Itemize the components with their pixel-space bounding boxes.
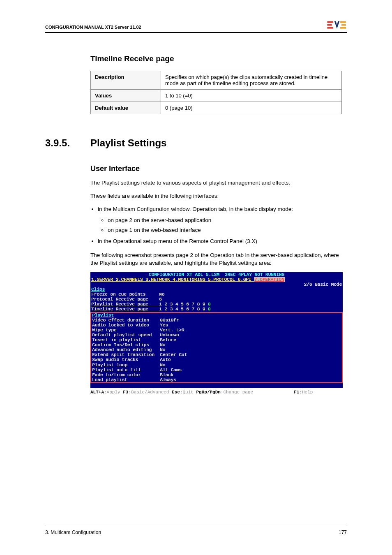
terminal-row: Wipe type Vert. L>R [91, 328, 342, 333]
param-value: 1 to 10 (=0) [161, 90, 342, 102]
param-value: Specifies on which page(s) the clips aut… [161, 71, 342, 90]
subsection-title: User Interface [90, 164, 347, 173]
terminal-tabs: 1.SERVER 2.CHANNELS 3.NETWORK 4.MONITORI… [90, 277, 343, 282]
terminal-row: Swap audio tracks Auto [91, 357, 342, 362]
svg-rect-2 [327, 27, 333, 29]
terminal-row: Protocol Receive page 6 [90, 297, 343, 302]
playlist-header: Playlist [92, 313, 114, 318]
footer-left: 3. Multicam Configuration [45, 530, 101, 535]
list-item: in the Multicam Configuration window, Op… [98, 206, 344, 235]
terminal-row: Extend split transition Center Cut [91, 352, 342, 357]
terminal-footer: ALT+A:Apply F3:Basic/Advanced Esc:Quit P… [90, 390, 347, 395]
svg-rect-0 [327, 21, 333, 23]
svg-rect-5 [341, 24, 346, 26]
terminal-row: Default playlist speed Unknown [91, 333, 342, 338]
chapter-title: Playlist Settings [90, 137, 166, 149]
terminal-row: Timeline Receive page 1 2 3 4 5 6 7 8 9 … [90, 307, 343, 312]
param-label: Default value [91, 102, 161, 114]
terminal-row: Advanced audio editing No [91, 347, 342, 352]
table-row: Description Specifies on which page(s) t… [91, 71, 342, 90]
terminal-row: Fade to/from color Black [91, 372, 342, 377]
page-footer: 3. Multicam Configuration 177 [45, 526, 347, 535]
bullet-sublist: on page 2 on the server-based applicatio… [98, 217, 344, 235]
paragraph: The following screenshot presents page 2… [90, 251, 342, 267]
playlist-highlight-box: Playlist Video effect duration 00s10frAu… [90, 312, 343, 383]
param-value: 0 (page 10) [161, 102, 342, 114]
evs-logo-icon [327, 21, 347, 30]
terminal-row: Load playlist Always [91, 377, 342, 382]
svg-rect-1 [327, 24, 332, 26]
terminal-row: Confirm Ins/Del clips No [91, 342, 342, 347]
bullet-list: in the Multicam Configuration window, Op… [90, 206, 344, 246]
svg-marker-3 [334, 21, 340, 29]
list-item: on page 2 on the server-based applicatio… [108, 217, 344, 224]
clips-header: Clips [91, 287, 105, 292]
list-item-text: in the Multicam Configuration window, Op… [98, 206, 293, 212]
footer-right: 177 [339, 530, 347, 535]
header-title: CONFIGURATION MANUAL XT2 Server 11.02 [45, 25, 141, 30]
spacer [90, 383, 343, 388]
svg-rect-4 [340, 21, 346, 23]
page-header: CONFIGURATION MANUAL XT2 Server 11.02 [45, 21, 347, 33]
section-title: Timeline Receive page [90, 54, 347, 63]
terminal-screenshot: CONFIGURATION XT_ADL 5.LSM 2REC 4PLAY NO… [90, 272, 343, 388]
list-item: on page 1 on the web-based interface [108, 227, 344, 234]
parameter-table: Description Specifies on which page(s) t… [90, 71, 342, 114]
terminal-mode: 2/6 Basic Mode [90, 282, 343, 287]
table-row: Values 1 to 10 (=0) [91, 90, 342, 102]
svg-rect-6 [340, 27, 346, 29]
terminal-row: Freeze on cue points No [90, 292, 343, 297]
terminal-row: Playlist auto fill All Cams [91, 368, 342, 372]
table-row: Default value 0 (page 10) [91, 102, 342, 114]
terminal-row: Insert in playlist Before [91, 338, 342, 342]
param-label: Values [91, 90, 161, 102]
terminal-row: Video effect duration 00s10fr [91, 318, 342, 323]
terminal-row: Playlist Receive page 1 2 3 4 5 6 7 8 9 … [90, 302, 343, 307]
chapter-number: 3.9.5. [45, 137, 90, 149]
chapter-heading: 3.9.5. Playlist Settings [45, 137, 347, 149]
paragraph: The Playlist settings relate to various … [90, 179, 342, 187]
paragraph: These fields are available in the follow… [90, 192, 342, 200]
terminal-row: Playlist loop No [91, 363, 342, 368]
terminal-title: CONFIGURATION XT_ADL 5.LSM 2REC 4PLAY NO… [90, 272, 343, 277]
list-item: in the Operational setup menu of the Rem… [98, 238, 344, 245]
terminal-row: Audio locked to video Yes [91, 323, 342, 328]
param-label: Description [91, 71, 161, 90]
